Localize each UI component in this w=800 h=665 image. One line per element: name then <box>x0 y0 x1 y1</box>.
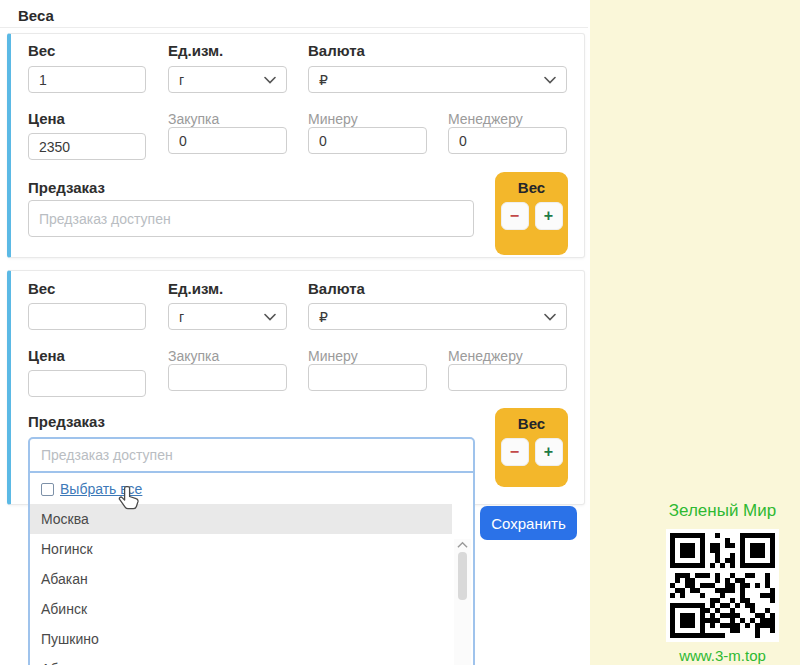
preorder-multiselect: Предзаказ доступен Выбрать все Москва Но… <box>28 437 475 665</box>
brand-url: www.3-m.top <box>655 647 790 664</box>
weight-decrease-button[interactable]: − <box>501 438 529 466</box>
scroll-up-icon[interactable] <box>457 540 468 550</box>
list-item-city[interactable]: Абакан <box>30 564 452 594</box>
miner-input[interactable] <box>308 127 427 154</box>
weight-increase-button[interactable]: + <box>535 202 563 230</box>
purchase-input[interactable] <box>168 127 287 154</box>
list-item-city[interactable]: Абинск <box>30 594 452 624</box>
currency-label: Валюта <box>308 42 365 59</box>
list-item-city[interactable]: Аб <box>30 654 452 665</box>
dropdown-scrollbar[interactable] <box>454 539 471 665</box>
purchase-label: Закупка <box>168 348 219 364</box>
screen: Веса Вес Ед.изм. г Валюта ₽ Цена Закупка… <box>0 0 800 665</box>
price-input[interactable] <box>28 370 146 397</box>
preorder-input[interactable] <box>28 200 474 237</box>
preorder-combo-input[interactable]: Предзаказ доступен <box>28 437 475 473</box>
preorder-dropdown-panel: Выбрать все Москва Ногинск Абакан Абинск… <box>28 473 475 665</box>
price-input[interactable] <box>28 133 146 160</box>
currency-select[interactable]: ₽ <box>308 303 567 330</box>
currency-select[interactable]: ₽ <box>308 66 567 93</box>
price-label: Цена <box>28 347 65 364</box>
weight-stepper-title: Вес <box>495 179 568 196</box>
chevron-down-icon <box>264 313 276 321</box>
unit-label: Ед.изм. <box>168 42 223 59</box>
currency-label: Валюта <box>308 280 365 297</box>
preorder-label: Предзаказ <box>28 179 105 196</box>
select-all-row[interactable]: Выбрать все <box>30 473 473 504</box>
manager-label: Менеджеру <box>448 111 523 127</box>
weight-label: Вес <box>28 280 55 297</box>
weight-card-1: Вес Ед.изм. г Валюта ₽ Цена Закупка Мине… <box>7 33 585 258</box>
brand-block: Зеленый Мир www.3-m.top <box>655 501 790 664</box>
preorder-label: Предзаказ <box>28 413 105 430</box>
page-title: Веса <box>18 7 54 24</box>
weight-input[interactable] <box>28 303 146 330</box>
weight-input[interactable] <box>28 66 146 93</box>
unit-select-value: г <box>179 309 184 325</box>
unit-select[interactable]: г <box>168 66 287 93</box>
weight-label: Вес <box>28 42 55 59</box>
unit-label: Ед.изм. <box>168 280 223 297</box>
miner-label: Минеру <box>308 348 358 364</box>
weight-increase-button[interactable]: + <box>535 438 563 466</box>
weight-stepper-box: Вес − + <box>495 172 568 255</box>
list-item-city[interactable]: Ногинск <box>30 534 452 564</box>
chevron-down-icon <box>544 313 556 321</box>
list-item-city[interactable]: Пушкино <box>30 624 452 654</box>
select-all-checkbox[interactable] <box>41 483 54 496</box>
unit-select[interactable]: г <box>168 303 287 330</box>
unit-select-value: г <box>179 72 184 88</box>
preorder-combo-placeholder: Предзаказ доступен <box>41 447 173 463</box>
currency-select-value: ₽ <box>319 72 328 88</box>
scrollbar-thumb[interactable] <box>458 552 467 600</box>
weight-stepper-box: Вес − + <box>495 408 568 487</box>
title-divider <box>0 27 588 28</box>
weight-stepper-title: Вес <box>495 415 568 432</box>
city-list: Москва Ногинск Абакан Абинск Пушкино Аб <box>30 504 452 665</box>
save-button[interactable]: Сохранить <box>480 506 577 540</box>
price-label: Цена <box>28 110 65 127</box>
chevron-down-icon <box>544 76 556 84</box>
manager-label: Менеджеру <box>448 348 523 364</box>
brand-title: Зеленый Мир <box>655 501 790 521</box>
purchase-label: Закупка <box>168 111 219 127</box>
manager-input[interactable] <box>448 364 567 391</box>
miner-input[interactable] <box>308 364 427 391</box>
hand-cursor-icon <box>118 485 140 512</box>
miner-label: Минеру <box>308 111 358 127</box>
chevron-down-icon <box>264 76 276 84</box>
manager-input[interactable] <box>448 127 567 154</box>
qr-code <box>666 529 779 642</box>
list-item-city[interactable]: Москва <box>30 504 452 534</box>
currency-select-value: ₽ <box>319 309 328 325</box>
purchase-input[interactable] <box>168 364 287 391</box>
weight-decrease-button[interactable]: − <box>501 202 529 230</box>
